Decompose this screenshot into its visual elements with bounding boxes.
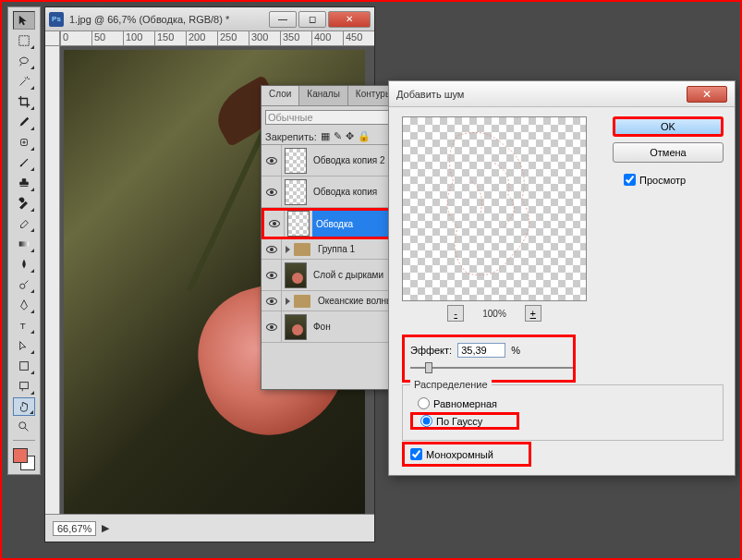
zoom-in-button[interactable]: +	[525, 305, 541, 322]
layer-name[interactable]: Обводка	[312, 211, 392, 237]
lock-row: Закрепить: ▦ ✎ ✥ 🔒	[262, 128, 395, 145]
eraser-tool[interactable]	[13, 214, 35, 233]
dialog-close-button[interactable]: ✕	[687, 86, 727, 103]
zoom-tool[interactable]	[13, 418, 35, 436]
tools-toolbar: T	[7, 6, 41, 475]
layer-row[interactable]: Группа 1	[262, 239, 395, 260]
eyedropper-tool[interactable]	[13, 113, 35, 131]
foreground-color[interactable]	[13, 448, 28, 463]
preview-box[interactable]	[402, 116, 587, 301]
marquee-tool[interactable]	[13, 31, 35, 50]
brush-tool[interactable]	[13, 153, 35, 172]
maximize-button[interactable]: ◻	[298, 11, 326, 28]
move-tool[interactable]	[13, 11, 35, 30]
monochrome-checkbox[interactable]	[410, 448, 422, 460]
layers-panel[interactable]: Слои Каналы Контуры Обычные Закрепить: ▦…	[261, 85, 395, 390]
uniform-radio-row[interactable]: Равномерная	[410, 397, 715, 409]
layer-thumbnail[interactable]	[285, 148, 307, 174]
layer-row[interactable]: Фон	[262, 311, 395, 343]
cancel-button[interactable]: Отмена	[613, 142, 724, 163]
slider-thumb[interactable]	[425, 362, 432, 373]
healing-tool[interactable]	[13, 133, 35, 152]
wand-tool[interactable]	[13, 72, 35, 91]
svg-point-3	[20, 284, 25, 288]
lock-all-icon[interactable]: 🔒	[358, 130, 371, 142]
gaussian-radio-row[interactable]: По Гауссу	[410, 412, 519, 430]
lock-label: Закрепить:	[265, 131, 317, 142]
svg-text:T: T	[20, 321, 26, 331]
layer-name[interactable]: Обводка копия 2	[310, 145, 395, 176]
svg-rect-5	[20, 362, 29, 371]
layer-name[interactable]: Слой с дырками	[310, 260, 395, 290]
preview-checkbox[interactable]	[624, 174, 636, 186]
shape-tool[interactable]	[13, 357, 35, 375]
layer-name[interactable]: Обводка копия	[310, 177, 395, 207]
layer-row[interactable]: Обводка копия 2	[262, 145, 395, 177]
gaussian-radio[interactable]	[420, 415, 432, 427]
effect-input[interactable]	[457, 343, 505, 358]
notes-tool[interactable]	[13, 377, 35, 396]
distribution-legend: Распределение	[410, 379, 492, 390]
hand-tool[interactable]	[13, 397, 35, 416]
zoom-percent: 100%	[482, 309, 506, 319]
layer-thumbnail[interactable]	[285, 179, 307, 205]
dodge-tool[interactable]	[13, 275, 35, 294]
tab-channels[interactable]: Каналы	[299, 86, 348, 105]
layer-thumbnail[interactable]	[285, 314, 307, 340]
lock-transparency-icon[interactable]: ▦	[321, 130, 330, 142]
color-swatches[interactable]	[13, 448, 35, 470]
ruler-vertical	[45, 46, 60, 514]
dialog-titlebar[interactable]: Добавить шум ✕	[389, 81, 735, 107]
zoom-out-button[interactable]: -	[447, 305, 464, 322]
layer-row[interactable]: Океанские волны	[262, 291, 395, 311]
effect-slider[interactable]	[410, 361, 573, 374]
visibility-toggle[interactable]	[262, 145, 282, 176]
layer-row[interactable]: Обводка копия	[262, 177, 395, 208]
gradient-tool[interactable]	[13, 235, 35, 253]
lock-position-icon[interactable]: ✥	[346, 130, 354, 142]
preview-label: Просмотр	[639, 175, 686, 186]
distribution-group: Распределение Равномерная По Гауссу	[402, 384, 724, 441]
svg-rect-0	[19, 36, 30, 46]
visibility-toggle[interactable]	[262, 239, 282, 259]
document-title: 1.jpg @ 66,7% (Обводка, RGB/8) *	[69, 14, 269, 25]
layer-name[interactable]: Океанские волны	[314, 291, 395, 310]
uniform-radio[interactable]	[418, 397, 430, 409]
crop-tool[interactable]	[13, 92, 35, 111]
close-button[interactable]: ✕	[328, 11, 371, 28]
lasso-tool[interactable]	[13, 52, 35, 70]
preview-checkbox-row[interactable]: Просмотр	[613, 174, 724, 186]
panel-tabs: Слои Каналы Контуры	[262, 86, 395, 106]
blend-mode-select[interactable]: Обычные	[265, 110, 391, 125]
ok-button[interactable]: OK	[613, 116, 724, 137]
dialog-title: Добавить шум	[396, 89, 687, 100]
visibility-toggle[interactable]	[262, 291, 282, 310]
layer-row[interactable]: Слой с дырками	[262, 260, 395, 291]
visibility-toggle[interactable]	[264, 211, 285, 237]
preview-zoom-controls: - 100% +	[402, 305, 587, 322]
minimize-button[interactable]: —	[269, 11, 297, 28]
layer-thumbnail[interactable]	[285, 262, 307, 288]
tab-layers[interactable]: Слои	[262, 86, 299, 105]
add-noise-dialog: Добавить шум ✕ - 100% + OK Отмена Просмо…	[388, 80, 736, 476]
visibility-toggle[interactable]	[262, 311, 282, 342]
monochrome-checkbox-row[interactable]: Монохромный	[402, 442, 531, 467]
layer-row[interactable]: Обводка	[262, 208, 395, 239]
lock-pixels-icon[interactable]: ✎	[334, 130, 342, 142]
effect-group: Эффект: %	[402, 335, 576, 383]
layer-name[interactable]: Фон	[310, 311, 395, 342]
history-brush-tool[interactable]	[13, 194, 35, 213]
pen-tool[interactable]	[13, 296, 35, 314]
blur-tool[interactable]	[13, 255, 35, 274]
status-arrow[interactable]: ▶	[102, 522, 109, 534]
layer-thumbnail[interactable]	[287, 211, 310, 237]
type-tool[interactable]: T	[13, 316, 35, 335]
app-icon: Ps	[49, 12, 64, 27]
layer-name[interactable]: Группа 1	[314, 239, 395, 259]
document-titlebar[interactable]: Ps 1.jpg @ 66,7% (Обводка, RGB/8) * — ◻ …	[45, 7, 374, 31]
visibility-toggle[interactable]	[262, 177, 282, 207]
visibility-toggle[interactable]	[262, 260, 282, 290]
path-select-tool[interactable]	[13, 336, 35, 355]
stamp-tool[interactable]	[13, 174, 35, 192]
zoom-level[interactable]: 66,67%	[53, 521, 96, 536]
